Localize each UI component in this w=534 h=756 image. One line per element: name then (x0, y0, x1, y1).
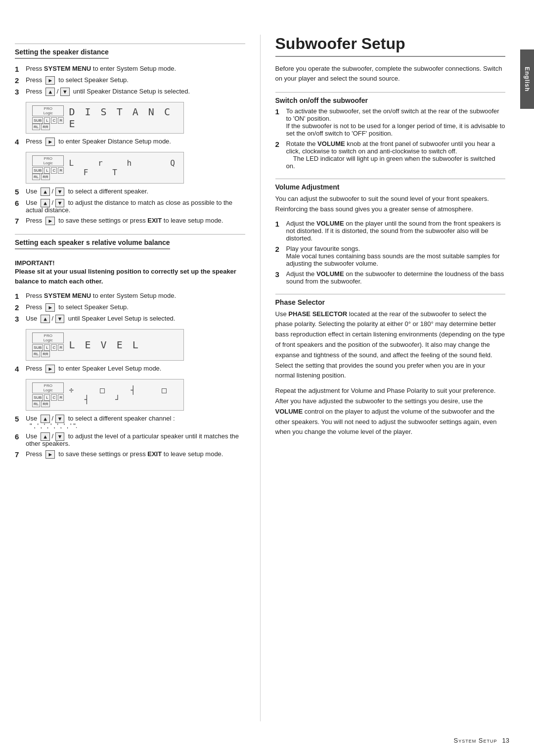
s2-display-text-1: L E V E L (69, 339, 140, 351)
icon-sub-2: SUB (32, 167, 43, 174)
volume-bold-3: VOLUME (316, 270, 344, 278)
s2-icon-sub-2: SUB (32, 394, 43, 401)
step-5: 5 Use ▲ / ▼ to select a different speake… (15, 188, 245, 196)
phase-selector-bold: PHASE SELECTOR (288, 310, 347, 318)
step-num-1: 1 (15, 65, 26, 73)
icon-R-1: R (58, 117, 64, 124)
section1-separator (15, 44, 245, 44)
step-1: 1 Press SYSTEM MENU to enter System Setu… (15, 65, 245, 73)
footer-title: System Setup (454, 737, 497, 744)
btn-up-6: ▲ (41, 199, 50, 207)
s2-icon-R-1: R (58, 344, 64, 351)
s2-step-1-content: Press SYSTEM MENU to enter System Setup … (26, 292, 245, 299)
btn-dn-3: ▼ (60, 88, 70, 96)
page: Setting the speaker distance 1 Press SYS… (0, 0, 534, 756)
important-block: IMPORTANT! Please sit at your usual list… (15, 259, 245, 286)
btn-up-3: ▲ (45, 88, 55, 96)
btn-ok-7: ▶ (45, 217, 55, 225)
step-1-content: Press SYSTEM MENU to enter System Setup … (26, 65, 245, 72)
btn-dn-s2-6: ▼ (55, 432, 65, 441)
display-screen-2: PROLogic SUB L C R RL RR L r h Q F T (26, 152, 184, 184)
step-num-7: 7 (15, 217, 26, 225)
r-s2-num-1: 1 (275, 220, 286, 228)
btn-dn-s2-3: ▼ (55, 315, 65, 323)
section2-steps-cont: 4 Press ▶ to enter Speaker Level Setup m… (15, 365, 245, 373)
r-section3-title: Phase Selector (275, 298, 506, 306)
btn-up-5: ▲ (41, 188, 50, 196)
step-num-6: 6 (15, 199, 26, 207)
step-2: 2 Press ▶ to select Speaker Setup. (15, 76, 245, 85)
icon-bottom-2b: RL RR (32, 174, 64, 180)
icon-RL-2: RL (32, 174, 40, 180)
system-menu-bold-2: SYSTEM MENU (44, 292, 91, 299)
s2-icon-bottom-1b: RL RR (32, 351, 64, 357)
r-section3-body1: Use PHASE SELECTOR located at the rear o… (275, 309, 506, 381)
display-icon-group-1: PROLogic SUB L C R RL RR (32, 105, 64, 130)
step-num-4: 4 (15, 138, 26, 146)
icon-C-1: C (51, 117, 57, 124)
s2-icon-C-1: C (51, 344, 57, 351)
step-6-content: Use ▲ / ▼ to adjust the distance to matc… (26, 199, 245, 214)
r-s1-step-2: 2 Rotate the VOLUME knob at the front pa… (275, 140, 506, 170)
r-section1-separator (275, 92, 506, 93)
s2-icon-C-2: C (51, 394, 57, 401)
r-s2-step-1: 1 Adjust the VOLUME on the player until … (275, 220, 506, 242)
s2-step-4-content: Press ▶ to enter Speaker Level Setup mod… (26, 365, 245, 372)
step-6: 6 Use ▲ / ▼ to adjust the distance to ma… (15, 199, 245, 214)
r-s2-step-2: 2 Play your favourite songs. Male vocal … (275, 245, 506, 267)
s2-step-6-content: Use ▲ / ▼ to adjust the level of a parti… (26, 432, 245, 447)
s2-step-num-1: 1 (15, 292, 26, 300)
icon-L-2: L (44, 167, 50, 174)
step-num-3: 3 (15, 88, 26, 96)
icon-R-2: R (58, 167, 64, 174)
section1-steps: 1 Press SYSTEM MENU to enter System Setu… (15, 65, 245, 96)
step-4: 4 Press ▶ to enter Speaker Distance Setu… (15, 138, 245, 146)
footer: System Setup 13 (454, 737, 509, 744)
r-s2-num-2: 2 (275, 245, 286, 253)
section2-separator (15, 234, 245, 235)
icon-RL-1: RL (32, 124, 40, 130)
s2-step-5-content: Use ▲ / ▼ to select a different speaker … (26, 415, 245, 429)
btn-ok-4: ▶ (45, 138, 55, 146)
s2-icon-RL-1: RL (32, 351, 40, 357)
r-section2-title: Volume Adjustment (275, 183, 506, 191)
s2-step-7-content: Press ▶ to save these settings or press … (26, 450, 245, 458)
r-s1-num-2: 2 (275, 140, 286, 148)
display-text-1: D I S T A N C E (69, 106, 178, 130)
s2-icon-RR-1: RR (41, 351, 50, 357)
section1-title: Setting the speaker distance (15, 48, 109, 59)
right-intro: Before you operate the subwoofer, comple… (275, 64, 506, 83)
s2-icon-sub-1: SUB (32, 344, 43, 351)
section2-steps: 1 Press SYSTEM MENU to enter System Setu… (15, 292, 245, 323)
step-2-content: Press ▶ to select Speaker Setup. (26, 76, 245, 84)
section1-steps-cont: 4 Press ▶ to enter Speaker Distance Setu… (15, 138, 245, 146)
main-content: Setting the speaker distance 1 Press SYS… (0, 20, 520, 736)
r-s1-num-1: 1 (275, 107, 286, 116)
step-num-2: 2 (15, 76, 26, 85)
display-icon-group-2: PROLogic SUB L C R RL RR (32, 155, 64, 180)
s2-display-icon-group-2: PROLogic SUB L C R RL RR (32, 382, 64, 407)
important-title: IMPORTANT! (15, 259, 245, 267)
s2-icon-L-2: L (44, 394, 50, 401)
exit-bold-1: EXIT (147, 217, 162, 224)
pro-logic-badge-1: PROLogic (32, 105, 64, 116)
s2-step-num-2: 2 (15, 303, 26, 312)
volume-bold-2: VOLUME (316, 220, 344, 227)
btn-ok-2: ▶ (45, 76, 55, 85)
r-section1-steps: 1 To activate the subwoofer, set the on/… (275, 107, 506, 170)
s2-icon-bottom-1: SUB L C R (32, 344, 64, 351)
r-s2-step-3: 3 Adjust the VOLUME on the subwoofer to … (275, 270, 506, 285)
r-s2-content-2: Play your favourite songs. Male vocal tu… (286, 245, 506, 267)
s2-step-num-4: 4 (15, 365, 26, 373)
r-s1-step-1: 1 To activate the subwoofer, set the on/… (275, 107, 506, 137)
btn-ok-s2-4: ▶ (45, 365, 55, 373)
s2-display-screen-2: PROLogic SUB L C R RL RR ÷ □ ┤ □ ┤ ┘ (26, 379, 184, 411)
right-column: Subwoofer Setup Before you operate the s… (261, 35, 506, 721)
r-section3-separator (275, 294, 506, 294)
btn-ok-s2-7: ▶ (45, 450, 55, 459)
s2-pro-logic-badge-2: PROLogic (32, 382, 64, 393)
r-s2-num-3: 3 (275, 270, 286, 279)
r-section2-intro: You can adjust the subwoofer to suit the… (275, 194, 506, 215)
s2-step-6: 6 Use ▲ / ▼ to adjust the level of a par… (15, 432, 245, 447)
pro-logic-badge-2: PROLogic (32, 155, 64, 166)
